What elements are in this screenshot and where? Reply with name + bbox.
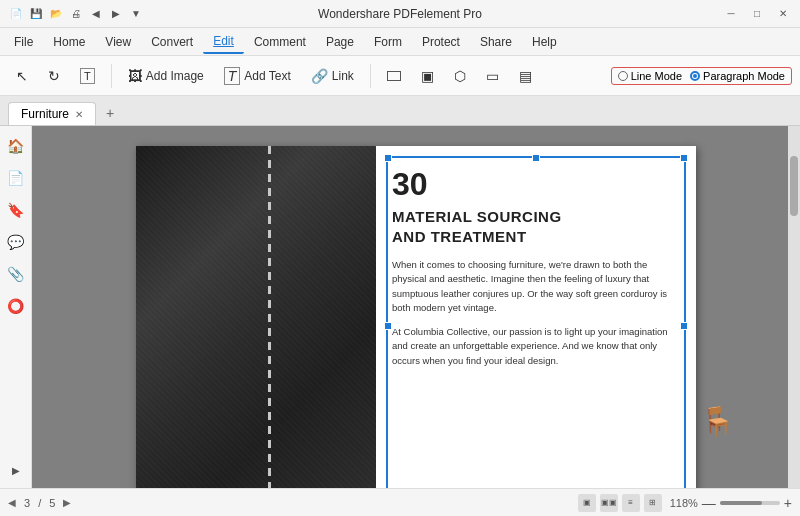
title-line2: AND TREATMENT	[392, 228, 527, 245]
quick-access-icon[interactable]: ▼	[128, 6, 144, 22]
stamp-tool[interactable]: ⬡	[446, 64, 474, 88]
open-icon[interactable]: 📂	[48, 6, 64, 22]
paragraph-2: At Columbia Collective, our passion is t…	[392, 325, 680, 368]
save-icon[interactable]: 💾	[28, 6, 44, 22]
menu-form[interactable]: Form	[364, 31, 412, 53]
text-section[interactable]: 30 MATERIAL SOURCING AND TREATMENT When …	[376, 146, 696, 488]
pdf-page: 30 MATERIAL SOURCING AND TREATMENT When …	[136, 146, 696, 488]
link-icon: 🔗	[311, 68, 328, 84]
comment-icon[interactable]: 💬	[4, 230, 28, 254]
menu-view[interactable]: View	[95, 31, 141, 53]
formfield-icon: ▭	[486, 68, 499, 84]
zoom-in-button[interactable]: +	[784, 495, 792, 511]
minimize-button[interactable]: ─	[722, 5, 740, 23]
formfield-tool[interactable]: ▭	[478, 64, 507, 88]
menu-share[interactable]: Share	[470, 31, 522, 53]
toolbar: ↖ ↻ T 🖼 Add Image T Add Text 🔗 Link ▣ ⬡ …	[0, 56, 800, 96]
zoom-slider[interactable]	[720, 501, 780, 505]
add-image-label: Add Image	[146, 69, 204, 83]
close-button[interactable]: ✕	[774, 5, 792, 23]
mode-selector[interactable]: Line Mode Paragraph Mode	[611, 67, 792, 85]
add-text-button[interactable]: T Add Text	[216, 63, 299, 89]
menu-help[interactable]: Help	[522, 31, 567, 53]
title-line1: MATERIAL SOURCING	[392, 208, 562, 225]
bottom-bar: ◀ 3 / 5 ▶ ▣ ▣▣ ≡ ⊞ 118% — +	[0, 488, 800, 516]
page-container: 30 MATERIAL SOURCING AND TREATMENT When …	[136, 146, 696, 488]
prev-page-button[interactable]: ◀	[8, 497, 16, 508]
handle-mid-left[interactable]	[384, 322, 392, 330]
tab-bar: Furniture ✕ +	[0, 96, 800, 126]
continuous-view[interactable]: ≡	[622, 494, 640, 512]
window-controls: ─ □ ✕	[722, 5, 792, 23]
window-title: Wondershare PDFelement Pro	[318, 7, 482, 21]
double-page-view[interactable]: ▣▣	[600, 494, 618, 512]
pages-icon[interactable]: 📄	[4, 166, 28, 190]
page-separator: /	[38, 497, 41, 509]
line-mode-option[interactable]: Line Mode	[618, 70, 682, 82]
new-tab-button[interactable]: +	[98, 101, 122, 125]
paragraph-mode-option[interactable]: Paragraph Mode	[690, 70, 785, 82]
menu-convert[interactable]: Convert	[141, 31, 203, 53]
print-icon[interactable]: 🖨	[68, 6, 84, 22]
menu-edit[interactable]: Edit	[203, 30, 244, 54]
scroll-thumb[interactable]	[790, 156, 798, 216]
title-bar: 📄 💾 📂 🖨 ◀ ▶ ▼ Wondershare PDFelement Pro…	[0, 0, 800, 28]
maximize-button[interactable]: □	[748, 5, 766, 23]
main-layout: 🏠 📄 🔖 💬 📎 ⭕ ▶	[0, 126, 800, 488]
cursor-icon: ↖	[16, 68, 28, 84]
view-mode-icons: ▣ ▣▣ ≡ ⊞	[578, 494, 662, 512]
paragraph-1: When it comes to choosing furniture, we'…	[392, 258, 680, 315]
single-page-view[interactable]: ▣	[578, 494, 596, 512]
page-title: MATERIAL SOURCING AND TREATMENT	[392, 207, 680, 246]
sign-tool[interactable]: ▤	[511, 64, 540, 88]
bookmark-icon[interactable]: 🔖	[4, 198, 28, 222]
page-current: 3	[24, 497, 30, 509]
zoom-level: 118%	[670, 497, 698, 509]
rect-tool[interactable]	[379, 67, 409, 85]
rotate-icon: ↻	[48, 68, 60, 84]
menu-protect[interactable]: Protect	[412, 31, 470, 53]
text-icon: T	[224, 67, 241, 85]
document-area[interactable]: 30 MATERIAL SOURCING AND TREATMENT When …	[32, 126, 800, 488]
tab-close-button[interactable]: ✕	[75, 109, 83, 120]
back-icon[interactable]: ◀	[88, 6, 104, 22]
bottom-right-controls: ▣ ▣▣ ≡ ⊞ 118% — +	[578, 494, 792, 512]
rect-icon	[387, 71, 401, 81]
paragraph-mode-radio[interactable]	[690, 71, 700, 81]
leather-texture	[136, 146, 376, 488]
next-page-button[interactable]: ▶	[63, 497, 71, 508]
left-sidebar: 🏠 📄 🔖 💬 📎 ⭕ ▶	[0, 126, 32, 488]
zoom-out-button[interactable]: —	[702, 495, 716, 511]
text-cursor-icon: 🪑	[700, 405, 735, 438]
line-mode-radio[interactable]	[618, 71, 628, 81]
sidebar-collapse-button[interactable]: ▶	[8, 461, 24, 480]
signature-icon[interactable]: ⭕	[4, 294, 28, 318]
edit-icon: T	[80, 68, 95, 84]
menu-file[interactable]: File	[4, 31, 43, 53]
image-icon: 🖼	[128, 68, 142, 84]
menu-home[interactable]: Home	[43, 31, 95, 53]
handle-top-right[interactable]	[680, 154, 688, 162]
menu-page[interactable]: Page	[316, 31, 364, 53]
forward-icon[interactable]: ▶	[108, 6, 124, 22]
right-scrollbar[interactable]	[788, 126, 800, 488]
rotate-tool[interactable]: ↻	[40, 64, 68, 88]
menu-comment[interactable]: Comment	[244, 31, 316, 53]
title-bar-left: 📄 💾 📂 🖨 ◀ ▶ ▼	[8, 6, 144, 22]
separator-1	[111, 64, 112, 88]
edit-text-tool[interactable]: T	[72, 64, 103, 88]
home-icon[interactable]: 🏠	[4, 134, 28, 158]
cursor-tool[interactable]: ↖	[8, 64, 36, 88]
attachment-icon[interactable]: 📎	[4, 262, 28, 286]
add-image-button[interactable]: 🖼 Add Image	[120, 64, 212, 88]
redact-tool[interactable]: ▣	[413, 64, 442, 88]
page-number-text: 30	[392, 166, 680, 203]
redact-icon: ▣	[421, 68, 434, 84]
handle-top-mid[interactable]	[532, 154, 540, 162]
handle-mid-right[interactable]	[680, 322, 688, 330]
app-icon: 📄	[8, 6, 24, 22]
tab-furniture[interactable]: Furniture ✕	[8, 102, 96, 125]
link-button[interactable]: 🔗 Link	[303, 64, 362, 88]
thumbnails-view[interactable]: ⊞	[644, 494, 662, 512]
handle-top-left[interactable]	[384, 154, 392, 162]
